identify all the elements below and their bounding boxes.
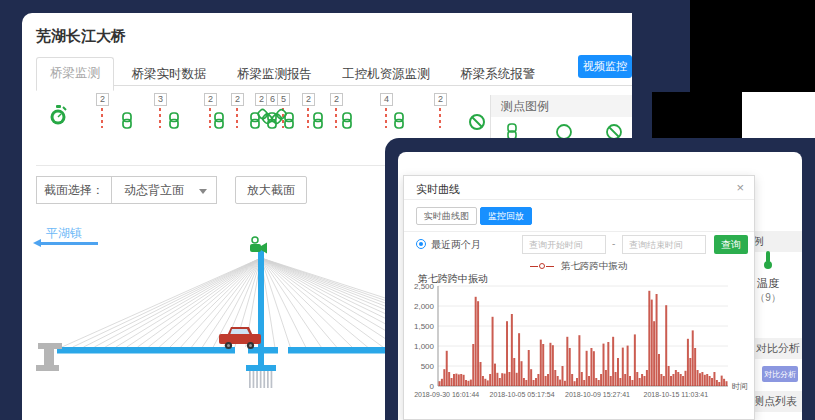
sensor-count-badge[interactable]: 2: [204, 93, 217, 106]
sensor-count-badge[interactable]: 3: [154, 93, 167, 106]
start-time-input[interactable]: [522, 235, 606, 254]
end-time-input[interactable]: [622, 235, 706, 254]
section-select[interactable]: 动态背立面: [111, 176, 217, 204]
car: [219, 327, 261, 349]
enlarge-section-button[interactable]: 放大截面: [235, 176, 307, 204]
chevron-down-icon: [199, 189, 207, 194]
sensor-dash-line: [385, 108, 387, 128]
close-icon[interactable]: ×: [736, 180, 744, 195]
sensor-count-badge[interactable]: 2: [231, 93, 244, 106]
realtime-curve-dialog: 实时曲线 × 实时曲线图 监控回放 最近两个月 - 查询 第七跨跨中振动 第七跨…: [403, 175, 755, 420]
left-abutment: [36, 343, 62, 371]
tower-piles: [249, 371, 272, 388]
sensor-count-badge[interactable]: 2: [434, 93, 447, 106]
tab-system-alarm[interactable]: 桥梁系统报警: [447, 58, 548, 90]
divider: [404, 231, 754, 232]
sensor-count-badge[interactable]: 2: [302, 93, 315, 106]
tower-foundation-cap: [246, 365, 276, 371]
bridge-tower: [258, 250, 264, 365]
dialog-titlebar: 实时曲线 ×: [404, 176, 754, 200]
legend-series-label: 第七跨跨中振动: [561, 260, 628, 271]
vibration-chart: 05001,0001,5002,0002,5002018-09-30 16:01…: [408, 284, 752, 412]
chain-link-icon[interactable]: [283, 112, 295, 133]
sensor-count-badge[interactable]: 2: [96, 93, 109, 106]
sensor-count-badge[interactable]: 4: [380, 93, 393, 106]
tab-ipc-resource[interactable]: 工控机资源监测: [329, 58, 443, 90]
legend-marker: [530, 266, 538, 267]
sensor-dash-line: [101, 108, 103, 128]
dialog-title: 实时曲线: [416, 182, 460, 197]
svg-text:500: 500: [421, 362, 435, 371]
compare-analysis-button[interactable]: 对比分析: [762, 366, 798, 382]
sensor-dash-line: [307, 108, 309, 128]
svg-text:2018-09-30 16:01:44: 2018-09-30 16:01:44: [414, 391, 479, 398]
tab-monitor-playback[interactable]: 监控回放: [480, 207, 532, 225]
svg-text:1,000: 1,000: [414, 342, 435, 351]
legend-marker-ring: [539, 263, 545, 269]
chain-link-icon[interactable]: [312, 112, 324, 133]
sensor-dash-line: [335, 108, 337, 128]
sensor-dash-line: [236, 108, 238, 128]
thermometer-icon: [761, 250, 775, 270]
forbid-icon[interactable]: [468, 113, 486, 135]
range-separator: -: [612, 238, 615, 249]
chain-link-icon[interactable]: [341, 112, 353, 133]
sensor-dash-line: [209, 108, 211, 128]
video-monitor-button[interactable]: 视频监控: [578, 55, 632, 78]
svg-text:2,500: 2,500: [414, 284, 435, 291]
desktop-black-region: [690, 0, 815, 94]
legend-marker: [546, 266, 554, 267]
sensor-dash-line: [439, 108, 441, 128]
svg-text:时间: 时间: [732, 382, 748, 391]
query-button[interactable]: 查询: [714, 235, 748, 254]
section-select-value: 动态背立面: [124, 183, 184, 197]
radio-label: 最近两个月: [431, 238, 481, 252]
chain-link-icon[interactable]: [168, 112, 180, 133]
sensor-count-badge[interactable]: 2: [330, 93, 343, 106]
svg-text:0: 0: [430, 382, 435, 391]
timer-icon[interactable]: [48, 103, 68, 131]
camera-icon[interactable]: [250, 237, 267, 254]
camera-icon: [557, 125, 571, 139]
svg-text:1,500: 1,500: [414, 322, 435, 331]
front-window: 测点图例 温度 （9） 对比分析 对比分析 检测点列表 实时曲线 × 实时曲线图…: [398, 152, 802, 420]
chain-link-icon[interactable]: [393, 112, 405, 133]
main-tab-bar: 桥梁监测 桥梁实时数据 桥梁监测报告 工控机资源监测 桥梁系统报警: [36, 57, 632, 86]
svg-text:2,000: 2,000: [414, 302, 435, 311]
sensor-dash-line: [159, 108, 161, 128]
chain-link-icon[interactable]: [213, 112, 225, 133]
legend-panel-header: 测点图例: [491, 95, 632, 117]
tab-bridge-monitor[interactable]: 桥梁监测: [36, 57, 114, 91]
svg-text:2018-10-09 15:27:41: 2018-10-09 15:27:41: [565, 391, 630, 398]
svg-text:2018-10-05 05:17:54: 2018-10-05 05:17:54: [490, 391, 555, 398]
tab-realtime-curve[interactable]: 实时曲线图: [416, 207, 477, 225]
sensor-count-badge[interactable]: 5: [277, 93, 290, 106]
tab-monitor-report[interactable]: 桥梁监测报告: [224, 58, 325, 90]
section-select-label: 截面选择：: [36, 176, 112, 204]
svg-text:2018-10-15 11:03:41: 2018-10-15 11:03:41: [644, 391, 709, 398]
tab-realtime-data[interactable]: 桥梁实时数据: [118, 58, 219, 90]
chain-link-icon[interactable]: [121, 112, 133, 133]
page-title: 芜湖长江大桥: [36, 27, 126, 46]
bridge-deck: [57, 347, 235, 354]
recent-two-months-radio[interactable]: [416, 239, 426, 249]
